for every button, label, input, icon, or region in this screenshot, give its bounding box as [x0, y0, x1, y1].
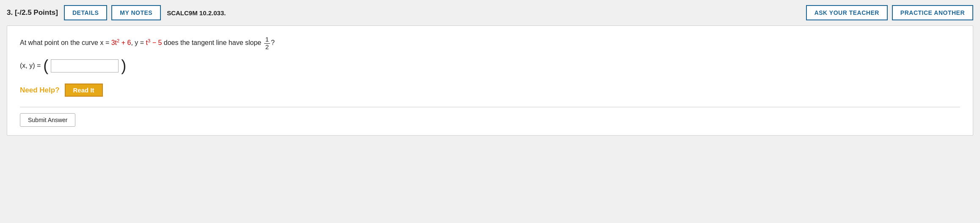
- practice-another-button[interactable]: PRACTICE ANOTHER: [892, 5, 973, 20]
- content-box: At what point on the curve x = 3t2 + 6, …: [7, 25, 973, 136]
- question-comma: , y =: [131, 39, 146, 46]
- y-minus: −: [152, 39, 158, 46]
- need-help-text: Need Help?: [20, 86, 60, 95]
- submit-answer-button[interactable]: Submit Answer: [20, 113, 75, 127]
- details-button[interactable]: DETAILS: [64, 5, 107, 20]
- header-row: 3. [-/2.5 Points] DETAILS MY NOTES SCALC…: [0, 0, 980, 25]
- divider: [20, 107, 960, 107]
- y-equation-t3: t3: [146, 39, 151, 46]
- my-notes-button[interactable]: MY NOTES: [111, 5, 161, 20]
- x-equation: 3t2 + 6: [111, 39, 131, 46]
- read-it-button[interactable]: Read It: [65, 84, 103, 97]
- paren-open: (: [43, 58, 48, 73]
- answer-row: (x, y) = ( ): [20, 58, 960, 73]
- question-mark: ?: [271, 39, 275, 46]
- fraction-denominator: 2: [264, 44, 270, 51]
- page-wrapper: 3. [-/2.5 Points] DETAILS MY NOTES SCALC…: [0, 0, 980, 223]
- problem-number: 3. [-/2.5 Points]: [7, 8, 58, 17]
- slope-fraction: 1 2: [264, 36, 270, 50]
- answer-input[interactable]: [51, 59, 119, 72]
- fraction-numerator: 1: [264, 36, 270, 44]
- problem-code: SCALC9M 10.2.033.: [167, 9, 226, 17]
- help-row: Need Help? Read It: [20, 84, 960, 97]
- question-suffix: does the tangent line have slope: [162, 39, 263, 46]
- paren-close: ): [121, 58, 126, 73]
- question-prefix: At what point on the curve x =: [20, 39, 111, 46]
- ask-teacher-button[interactable]: ASK YOUR TEACHER: [806, 5, 888, 20]
- answer-label: (x, y) =: [20, 62, 41, 70]
- question-text: At what point on the curve x = 3t2 + 6, …: [20, 36, 960, 50]
